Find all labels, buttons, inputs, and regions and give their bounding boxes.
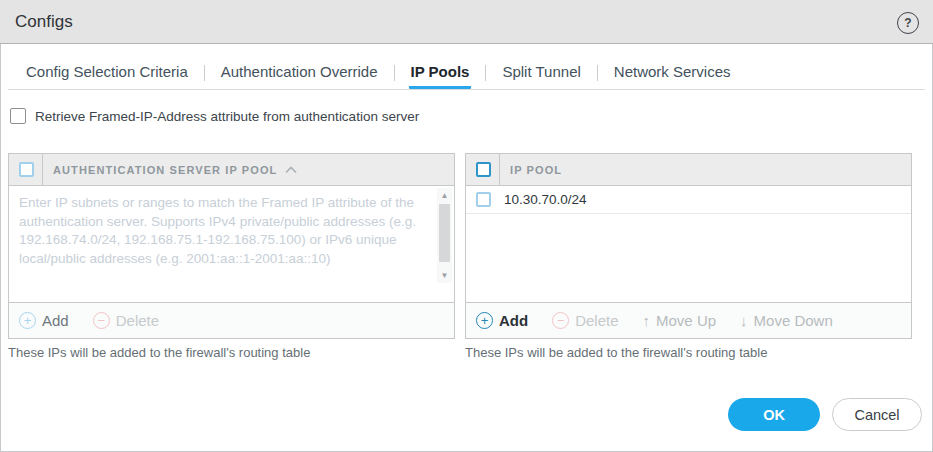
scrollbar-thumb[interactable] xyxy=(439,204,450,262)
ip-subnets-placeholder: Enter IP subnets or ranges to match the … xyxy=(19,194,426,269)
routing-table-note: These IPs will be added to the firewall'… xyxy=(465,345,767,360)
move-up-button[interactable]: ↑ Move Up xyxy=(643,312,717,329)
tab-authentication-override[interactable]: Authentication Override xyxy=(219,57,380,89)
add-button[interactable]: + Add xyxy=(476,312,528,329)
framed-ip-checkbox[interactable] xyxy=(10,108,26,124)
tab-split-tunnel[interactable]: Split Tunnel xyxy=(500,57,582,89)
dialog-title: Configs xyxy=(15,12,73,32)
cancel-button[interactable]: Cancel xyxy=(832,398,922,431)
table-row[interactable]: 10.30.70.0/24 xyxy=(466,186,911,214)
arrow-down-icon: ↓ xyxy=(740,312,748,329)
scrollbar-track: ▲ ▼ xyxy=(437,188,452,283)
tab-network-services[interactable]: Network Services xyxy=(612,57,733,89)
header-divider xyxy=(499,154,500,185)
minus-circle-icon: − xyxy=(552,312,569,329)
framed-ip-row: Retrieve Framed-IP-Address attribute fro… xyxy=(10,108,419,124)
ip-pool-header: IP POOL xyxy=(466,154,911,186)
plus-circle-icon: + xyxy=(476,312,493,329)
tab-separator xyxy=(597,57,598,89)
delete-button[interactable]: − Delete xyxy=(552,312,618,329)
add-button[interactable]: + Add xyxy=(19,312,69,329)
tab-separator xyxy=(204,57,205,89)
tab-bar: Config Selection Criteria Authentication… xyxy=(8,57,925,90)
tab-config-selection-criteria[interactable]: Config Selection Criteria xyxy=(24,57,190,89)
plus-circle-icon: + xyxy=(19,312,36,329)
routing-table-note: These IPs will be added to the firewall'… xyxy=(8,345,310,360)
select-all-checkbox[interactable] xyxy=(19,162,34,177)
framed-ip-label: Retrieve Framed-IP-Address attribute fro… xyxy=(35,109,419,124)
move-down-button[interactable]: ↓ Move Down xyxy=(740,312,833,329)
ip-pool-table-body: 10.30.70.0/24 xyxy=(466,186,911,302)
ok-button[interactable]: OK xyxy=(728,398,820,431)
ip-pool-panel: IP POOL 10.30.70.0/24 + Add − Delete ↑ M… xyxy=(465,153,912,339)
ip-subnets-textarea[interactable]: Enter IP subnets or ranges to match the … xyxy=(9,186,454,302)
auth-server-ip-pool-panel: AUTHENTICATION SERVER IP POOL Enter IP s… xyxy=(8,153,455,339)
row-checkbox[interactable] xyxy=(476,192,491,207)
ip-pool-toolbar: + Add − Delete ↑ Move Up ↓ Move Down xyxy=(466,302,911,338)
configs-dialog: Configs ? Config Selection Criteria Auth… xyxy=(0,0,933,452)
auth-server-ip-pool-column-header[interactable]: AUTHENTICATION SERVER IP POOL xyxy=(53,164,277,176)
help-icon[interactable]: ? xyxy=(897,12,919,34)
auth-server-ip-pool-header: AUTHENTICATION SERVER IP POOL xyxy=(9,154,454,186)
arrow-up-icon: ↑ xyxy=(643,312,651,329)
tab-separator xyxy=(485,57,486,89)
auth-server-ip-pool-toolbar: + Add − Delete xyxy=(9,302,454,338)
scroll-down-icon[interactable]: ▼ xyxy=(437,271,452,280)
select-all-checkbox[interactable] xyxy=(476,162,491,177)
delete-button[interactable]: − Delete xyxy=(93,312,159,329)
sort-ascending-icon xyxy=(285,166,297,174)
dialog-titlebar: Configs ? xyxy=(0,0,933,44)
ip-pool-column-header[interactable]: IP POOL xyxy=(510,164,562,176)
scroll-up-icon[interactable]: ▲ xyxy=(437,191,452,200)
tab-separator xyxy=(394,57,395,89)
tab-ip-pools[interactable]: IP Pools xyxy=(409,57,472,89)
minus-circle-icon: − xyxy=(93,312,110,329)
ip-pool-value[interactable]: 10.30.70.0/24 xyxy=(504,192,587,207)
header-divider xyxy=(42,154,43,185)
